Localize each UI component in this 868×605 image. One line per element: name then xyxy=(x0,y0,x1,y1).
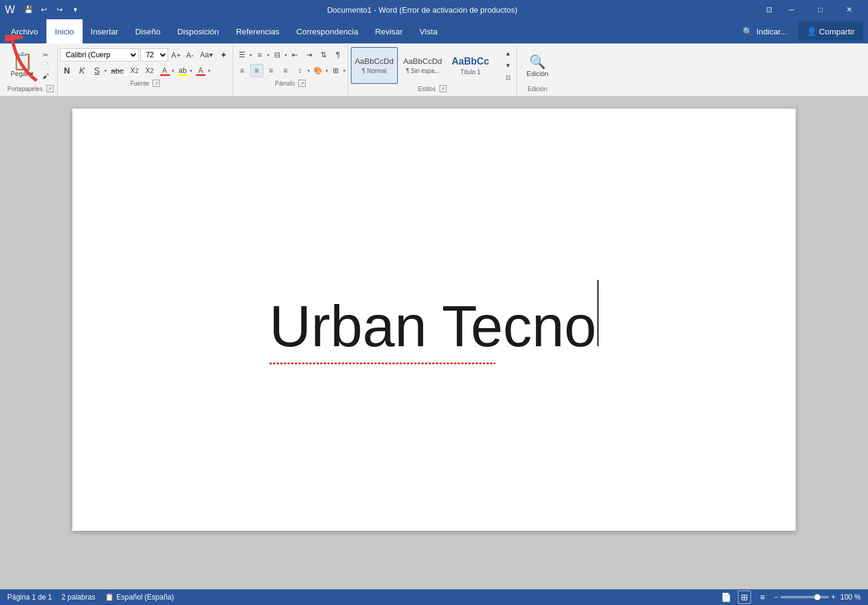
zoom-in-button[interactable]: + xyxy=(831,593,835,601)
word-icon: W xyxy=(5,4,15,16)
window-controls: ⊡ ─ □ ✕ xyxy=(762,0,863,19)
menu-bar: Archivo Inicio Insertar Diseño Disposici… xyxy=(0,19,868,43)
line-spacing-button[interactable]: ↕ xyxy=(294,64,307,77)
decrease-font-button[interactable]: A- xyxy=(184,48,196,62)
status-bar: Página 1 de 1 2 palabras 📋 Español (Espa… xyxy=(0,589,868,605)
bold-button[interactable]: N xyxy=(60,64,74,77)
text-color-button[interactable]: A xyxy=(194,64,207,77)
superscript-button[interactable]: X2 xyxy=(143,64,156,77)
spellcheck-icon: 📋 xyxy=(105,593,114,601)
strikethrough-button[interactable]: abc xyxy=(108,64,126,77)
change-case-button[interactable]: Aa▾ xyxy=(198,48,215,62)
font-color-button[interactable]: A xyxy=(158,64,171,77)
highlight-button[interactable]: ab xyxy=(176,64,189,77)
search-icon: 🔍 xyxy=(529,54,546,70)
font-expand[interactable]: ↗ xyxy=(153,80,160,87)
menu-inicio[interactable]: Inicio xyxy=(46,19,83,43)
styles-scroll-up[interactable]: ▲ xyxy=(503,48,513,59)
styles-list: AaBbCcDd ¶ Normal AaBbCcDd ¶ Sin espa...… xyxy=(351,47,502,84)
underline-arrow[interactable]: ▾ xyxy=(104,68,107,74)
svg-marker-1 xyxy=(8,35,17,37)
maximize-button[interactable]: □ xyxy=(807,0,834,19)
redo-button[interactable]: ↪ xyxy=(52,2,67,17)
styles-scroll-down[interactable]: ▼ xyxy=(503,60,513,71)
shading-button[interactable]: 🎨 xyxy=(311,64,325,77)
font-family-select[interactable]: Calibri (Cuerp xyxy=(60,48,139,62)
close-button[interactable]: ✕ xyxy=(835,0,863,19)
menu-disposicion[interactable]: Disposición xyxy=(169,19,227,43)
align-left-button[interactable]: ≡ xyxy=(236,64,249,77)
status-right: 📄 ⊞ ≡ − + 100 % xyxy=(720,591,861,604)
style-title1-preview: AaBbCc xyxy=(451,55,489,68)
restore-window-button[interactable]: ⊡ xyxy=(762,2,776,17)
highlight-icon: ab xyxy=(178,66,186,75)
shading-group: 🎨 ▾ xyxy=(311,64,328,77)
align-right-button[interactable]: ≡ xyxy=(265,64,278,77)
font-group: Calibri (Cuerp 72 A+ A- Aa▾ ✦ N K S ▾ ab… xyxy=(58,46,233,96)
style-normal[interactable]: AaBbCcDd ¶ Normal xyxy=(351,47,398,84)
search-button[interactable]: 🔍 Indicar... xyxy=(734,19,796,43)
italic-button[interactable]: K xyxy=(75,64,89,77)
document-text: Urban Tecn xyxy=(269,293,564,360)
bullets-arrow[interactable]: ▾ xyxy=(250,52,252,58)
zoom-slider[interactable] xyxy=(781,596,829,598)
shading-arrow[interactable]: ▾ xyxy=(326,68,328,74)
spell-check-underline xyxy=(269,363,495,364)
increase-font-button[interactable]: A+ xyxy=(170,48,182,62)
document-area[interactable]: Urban Tecn o xyxy=(0,97,868,589)
text-color-arrow[interactable]: ▾ xyxy=(208,68,210,74)
menu-insertar[interactable]: Insertar xyxy=(83,19,127,43)
zoom-control: − + 100 % xyxy=(774,593,861,601)
find-button[interactable]: 🔍 Edición xyxy=(522,50,553,81)
borders-button[interactable]: ⊞ xyxy=(329,64,342,77)
style-no-space[interactable]: AaBbCcDd ¶ Sin espa... xyxy=(399,47,446,84)
undo-button[interactable]: ↩ xyxy=(37,2,51,17)
style-normal-label: ¶ Normal xyxy=(362,68,386,74)
sort-button[interactable]: ⇅ xyxy=(317,48,330,62)
view-print-button[interactable]: 📄 xyxy=(720,591,733,604)
line-spacing-arrow[interactable]: ▾ xyxy=(307,68,310,74)
multilevel-arrow[interactable]: ▾ xyxy=(285,52,287,58)
menu-diseno[interactable]: Diseño xyxy=(127,19,169,43)
zoom-level[interactable]: 100 % xyxy=(840,593,861,601)
document-content[interactable]: Urban Tecn o xyxy=(269,280,599,360)
menu-revisar[interactable]: Revisar xyxy=(366,19,411,43)
increase-indent-button[interactable]: ⇥ xyxy=(303,48,316,62)
minimize-button[interactable]: ─ xyxy=(778,0,805,19)
share-button[interactable]: 👤 Compartir xyxy=(798,22,863,41)
menu-correspondencia[interactable]: Correspondencia xyxy=(288,19,366,43)
style-title1[interactable]: AaBbCc Título 1 xyxy=(447,47,493,84)
editing-group: 🔍 Edición Edición xyxy=(517,46,558,96)
clipboard-expand[interactable]: ↗ xyxy=(46,85,54,92)
zoom-thumb[interactable] xyxy=(814,594,820,600)
font-size-select[interactable]: 72 xyxy=(140,48,168,62)
clear-format-button[interactable]: ✦ xyxy=(217,48,230,62)
borders-arrow[interactable]: ▾ xyxy=(343,68,345,74)
font-color-arrow[interactable]: ▾ xyxy=(172,68,174,74)
view-outline-button[interactable]: ≡ xyxy=(756,591,769,604)
justify-button[interactable]: ≡ xyxy=(279,64,292,77)
document-page[interactable]: Urban Tecn o xyxy=(72,109,796,531)
customize-button[interactable]: ▾ xyxy=(68,2,83,17)
menu-vista[interactable]: Vista xyxy=(411,19,446,43)
style-title1-label: Título 1 xyxy=(461,69,480,75)
show-marks-button[interactable]: ¶ xyxy=(332,48,345,62)
language-indicator[interactable]: 📋 Español (España) xyxy=(105,593,174,601)
highlight-arrow[interactable]: ▾ xyxy=(190,68,192,74)
save-button[interactable]: 💾 xyxy=(21,2,36,17)
numbering-arrow[interactable]: ▾ xyxy=(267,52,269,58)
bullets-button[interactable]: ☰ xyxy=(236,48,249,62)
paragraph-label: Párrafo ↗ xyxy=(236,78,345,89)
align-center-button[interactable]: ≡ xyxy=(250,64,263,77)
view-web-button[interactable]: ⊞ xyxy=(738,591,751,604)
menu-referencias[interactable]: Referencias xyxy=(227,19,288,43)
numbering-button[interactable]: ≡ xyxy=(253,48,266,62)
zoom-out-button[interactable]: − xyxy=(774,593,778,601)
subscript-button[interactable]: X2 xyxy=(128,64,141,77)
styles-expand[interactable]: ⊡ xyxy=(503,72,513,83)
multilevel-button[interactable]: ⊟ xyxy=(271,48,284,62)
decrease-indent-button[interactable]: ⇤ xyxy=(288,48,301,62)
underline-button[interactable]: S xyxy=(90,64,104,77)
paragraph-expand[interactable]: ↗ xyxy=(298,80,306,87)
styles-expand-btn[interactable]: ↗ xyxy=(439,85,447,92)
